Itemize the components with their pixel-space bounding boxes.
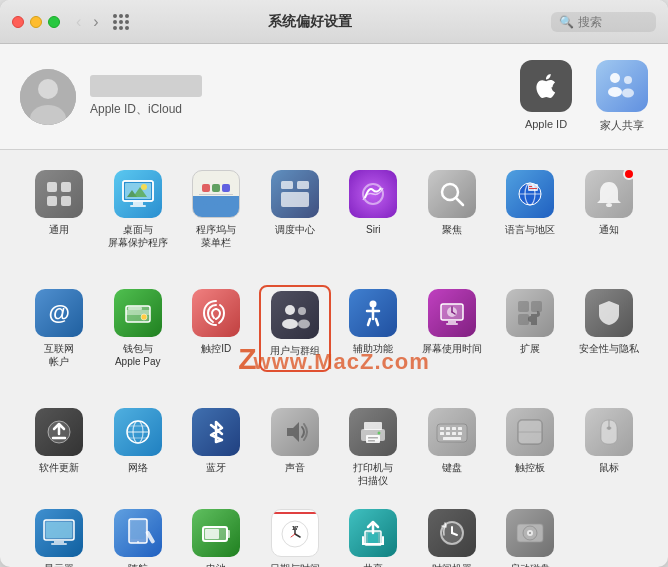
icon-row-4: 显示器 随航 [20,505,648,567]
display-icon [35,509,83,557]
svg-point-5 [624,76,632,84]
mouse-pref[interactable]: 鼠标 [573,404,645,491]
sound-pref[interactable]: 声音 [259,404,331,491]
svg-point-1 [38,79,58,99]
extensions-pref[interactable]: 扩展 [494,285,566,372]
profile-name-blur [90,75,202,97]
family-sharing-button[interactable]: 家人共享 [596,60,648,133]
maximize-button[interactable] [48,16,60,28]
network-pref[interactable]: 网络 [102,404,174,491]
startupd-icon [506,509,554,557]
startupd-label: 启动磁盘 [510,562,550,567]
language-icon [506,170,554,218]
network-icon [114,408,162,456]
svg-rect-29 [529,186,532,187]
softwareupdate-pref[interactable]: 软件更新 [23,404,95,491]
icon-row-1: 通用 桌面与屏幕保护程序 [20,166,648,253]
search-input[interactable] [578,15,648,29]
svg-point-83 [137,541,139,543]
dock-pref[interactable]: 程序坞与菜单栏 [180,166,252,253]
timemachine-icon [428,509,476,557]
apple-id-button[interactable]: Apple ID [520,60,572,130]
close-button[interactable] [12,16,24,28]
minimize-button[interactable] [30,16,42,28]
svg-rect-10 [61,196,71,206]
spotlight-pref[interactable]: 聚焦 [416,166,488,253]
sound-label: 声音 [285,461,305,474]
printer-pref[interactable]: 打印机与扫描仪 [337,404,409,491]
svg-rect-33 [126,310,150,315]
svg-point-6 [622,89,634,98]
internet-label: 互联网帐户 [44,342,74,368]
battery-icon [192,509,240,557]
wallet-pref[interactable]: 钱包与Apple Pay [102,285,174,372]
icon-row-2: @ 互联网帐户 钱包与Apple Pay [20,285,648,372]
spotlight-icon [428,170,476,218]
dock-label: 程序坞与菜单栏 [196,223,236,249]
svg-rect-49 [518,314,529,325]
notification-icon [585,170,633,218]
printer-label: 打印机与扫描仪 [353,461,393,487]
svg-rect-72 [443,437,461,440]
dock-icon [192,170,240,218]
trackpad-label: 触控板 [515,461,545,474]
timemachine-pref[interactable]: 时间机器 [416,505,488,567]
internet-pref[interactable]: @ 互联网帐户 [23,285,95,372]
airdrop-pref[interactable]: 随航 [102,505,174,567]
svg-rect-15 [130,205,146,207]
accessibility-pref[interactable]: 辅助功能 [337,285,409,372]
svg-rect-82 [131,521,145,539]
language-pref[interactable]: 语言与地区 [494,166,566,253]
keyboard-pref[interactable]: 键盘 [416,404,488,491]
notification-pref[interactable]: 通知 [573,166,645,253]
trackpad-pref[interactable]: 触控板 [494,404,566,491]
keyboard-label: 键盘 [442,461,462,474]
svg-rect-68 [440,432,444,435]
users-label: 用户与群组 [270,344,320,357]
desktop-icon [114,170,162,218]
svg-point-40 [370,301,377,308]
touchid-pref[interactable]: 触控ID [180,285,252,372]
svg-point-3 [610,73,620,83]
mouse-icon [585,408,633,456]
datetime-pref[interactable]: 17 日期与时间 [259,505,331,567]
profile-left: Apple ID、iCloud [20,69,202,125]
mission-control-icon [271,170,319,218]
desktop-pref[interactable]: 桌面与屏幕保护程序 [102,166,174,253]
display-label: 显示器 [44,562,74,567]
mission-control-pref[interactable]: 调度中心 [259,166,331,253]
profile-section: Apple ID、iCloud Apple ID [0,44,668,150]
startupd-pref[interactable]: 启动磁盘 [494,505,566,567]
icon-row-3: 软件更新 网络 [20,404,648,491]
svg-line-24 [456,198,463,205]
notification-badge [623,168,635,180]
svg-point-99 [529,532,531,534]
timemachine-label: 时间机器 [432,562,472,567]
wallet-icon [114,289,162,337]
battery-pref[interactable]: 电池 [180,505,252,567]
sharing-pref[interactable]: 共享 [337,505,409,567]
apple-id-label: Apple ID [525,118,567,130]
window-title: 系统偏好设置 [69,13,551,31]
svg-rect-87 [205,529,219,539]
svg-rect-30 [529,188,537,189]
display-pref[interactable]: 显示器 [23,505,95,567]
svg-rect-67 [458,427,462,430]
search-box[interactable]: 🔍 [551,12,656,32]
accessibility-icon [349,289,397,337]
avatar[interactable] [20,69,76,125]
siri-pref[interactable]: Siri [337,166,409,253]
sound-icon [271,408,319,456]
users-pref[interactable]: 用户与群组 [259,285,331,372]
svg-point-76 [606,427,611,430]
keyboard-icon [428,408,476,456]
security-pref[interactable]: 安全性与隐私 [573,285,645,372]
network-label: 网络 [128,461,148,474]
trackpad-icon [506,408,554,456]
spotlight-label: 聚焦 [442,223,462,236]
general-pref[interactable]: 通用 [23,166,95,253]
svg-rect-79 [54,541,64,543]
bluetooth-pref[interactable]: 蓝牙 [180,404,252,491]
screentime-pref[interactable]: 屏幕使用时间 [416,285,488,372]
users-icon [271,291,319,339]
